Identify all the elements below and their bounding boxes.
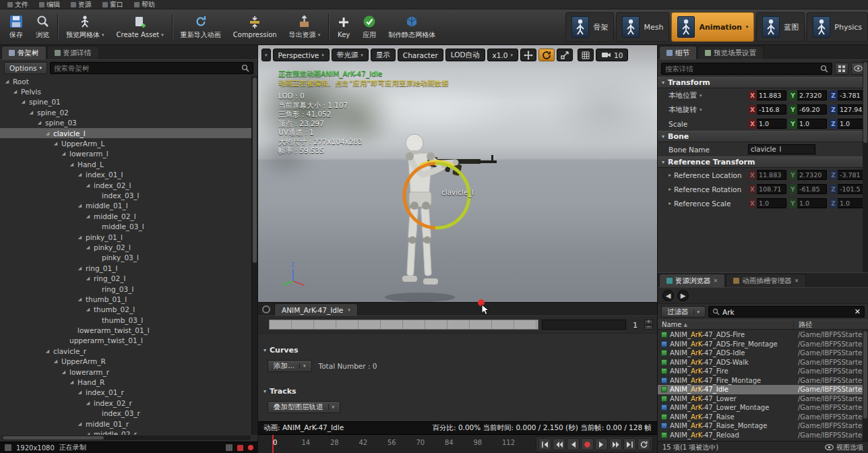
expand-arrow-icon[interactable]: ◢ — [12, 89, 18, 94]
apply-button[interactable]: 应用 — [356, 11, 382, 43]
expander-arrow-icon[interactable]: ▸ — [669, 186, 671, 192]
expand-arrow-icon[interactable]: ◢ — [44, 349, 51, 354]
close-icon[interactable]: ✕ — [795, 278, 799, 284]
timeline-scrub-track[interactable] — [269, 320, 538, 330]
reference-transform-section-header[interactable]: ▾ Reference Transform — [658, 156, 868, 168]
expand-arrow-icon[interactable]: ◢ — [61, 151, 67, 156]
record-target-icon[interactable] — [262, 305, 270, 313]
asset-row[interactable]: ANIM_ArK-47_Raise/Game/IBFPSStarter — [658, 413, 863, 422]
expand-arrow-icon[interactable]: ◢ — [85, 214, 91, 219]
increment-button[interactable]: + — [644, 320, 653, 324]
axis-y-value[interactable]: 1.0 — [797, 119, 827, 129]
tree-item-index_01_r[interactable]: ◢index_01_r — [0, 388, 251, 398]
asset-row[interactable]: ANIM_ArK-47_ADS-Idle/Game/IBFPSStarter — [658, 349, 863, 358]
clear-search-icon[interactable]: ✕ — [855, 309, 861, 315]
tab-mesh[interactable]: Mesh — [616, 12, 669, 42]
tracks-section-header[interactable]: ▾ Tracks — [264, 387, 652, 396]
key-button[interactable]: Key — [331, 11, 356, 43]
save-button[interactable]: 保存 — [3, 11, 30, 43]
tree-item-index_02_l[interactable]: ◢index_02_l — [0, 180, 251, 190]
expander-arrow-icon[interactable]: ▸ — [669, 200, 671, 206]
axis-x-value[interactable]: 11.883 — [757, 90, 786, 100]
expand-arrow-icon[interactable]: ◢ — [69, 380, 75, 385]
vector-field-y[interactable]: Y-69.20 — [788, 104, 827, 115]
asset-row[interactable]: ANIM_ArK-47_Fire_Montage/Game/IBFPSStart… — [658, 376, 863, 386]
tab-skeleton-tree[interactable]: 骨架树 — [1, 46, 46, 59]
grid-snap-button[interactable] — [578, 49, 594, 61]
tree-item-middle_01_l[interactable]: ◢middle_01_l — [0, 201, 251, 211]
tree-item-thumb_03_l[interactable]: thumb_03_l — [0, 315, 251, 325]
column-path[interactable]: 路径 — [794, 320, 868, 329]
step-forward-button[interactable] — [609, 438, 622, 450]
tree-horizontal-scrollbar[interactable] — [1, 435, 251, 440]
asset-row[interactable]: ANIM_ArK-47_ADS-Walk/Game/IBFPSStarter — [658, 358, 863, 367]
expand-arrow-icon[interactable]: ◢ — [77, 172, 83, 177]
tab-preview-scene-settings[interactable]: 预览场景设置 — [698, 46, 764, 59]
tree-item-lowerarm_l[interactable]: ◢lowerarm_l — [0, 149, 251, 159]
expand-arrow-icon[interactable]: ◢ — [4, 79, 10, 84]
expand-arrow-icon[interactable]: ◢ — [85, 307, 91, 312]
tree-item-index_03_l[interactable]: index_03_l — [0, 190, 251, 200]
show-button[interactable]: 显示 — [371, 49, 396, 61]
view-options-button[interactable]: 视图选项 — [825, 443, 863, 452]
add-curve-button[interactable]: 添加... ▾ — [268, 360, 312, 372]
axis-x-value[interactable]: -116.8 — [757, 104, 786, 115]
make-static-mesh-button[interactable]: 制作静态网格体 — [382, 11, 441, 43]
timeline-track-empty[interactable] — [542, 320, 626, 330]
decrement-button[interactable]: − — [644, 325, 653, 330]
camera-speed-button[interactable]: 10 — [596, 49, 628, 61]
menu-item[interactable]: 编辑 — [34, 0, 65, 9]
axis-x-value[interactable]: 1.0 — [757, 119, 786, 129]
translate-tool-button[interactable] — [520, 49, 536, 61]
camera-icon[interactable] — [226, 444, 232, 451]
export-asset-button[interactable]: 导出资源▾ — [283, 11, 327, 43]
curves-section-header[interactable]: ▾ Curves — [264, 346, 652, 355]
chevron-down-icon[interactable]: ▾ — [102, 32, 104, 38]
menu-item[interactable]: 资源 — [65, 0, 97, 9]
tree-item-index_01_l[interactable]: ◢index_01_l — [0, 170, 251, 180]
collapse-arrow-icon[interactable]: ▾ — [662, 80, 664, 86]
details-scrollbar[interactable] — [863, 61, 868, 272]
play-reverse-button[interactable] — [567, 438, 580, 450]
tree-item-thumb_01_l[interactable]: ◢thumb_01_l — [0, 294, 251, 304]
expand-arrow-icon[interactable]: ◢ — [20, 99, 26, 104]
tree-item-Root[interactable]: ◢Root — [0, 76, 251, 86]
asset-row[interactable]: ANIM_ArK-47_Lower/Game/IBFPSStarter — [658, 394, 863, 404]
timeline-ruler[interactable]: 014284256708498112 — [258, 435, 657, 453]
vector-field-x[interactable]: X-116.8 — [748, 104, 786, 115]
asset-row[interactable]: ANIM_ArK-47_ADS-Fire_Montage/Game/IBFPSS… — [658, 340, 863, 349]
expand-arrow-icon[interactable]: ◢ — [53, 359, 59, 364]
tree-item-spine_01[interactable]: ◢spine_01 — [0, 97, 251, 107]
axis-y-value[interactable]: -69.20 — [797, 104, 827, 115]
column-name[interactable]: Name ▲ — [658, 320, 794, 329]
asset-row[interactable]: ANIM_ArK-47_Fire/Game/IBFPSStarter — [658, 367, 863, 376]
back-button[interactable]: ◀ — [662, 290, 674, 301]
expand-arrow-icon[interactable]: ◢ — [77, 390, 83, 395]
vector-field-y[interactable]: Y1.0 — [788, 119, 827, 129]
play-button[interactable] — [595, 438, 608, 450]
tree-item-pinky_02_l[interactable]: ◢pinky_02_l — [0, 242, 251, 252]
chevron-down-icon[interactable]: ▾ — [361, 53, 363, 58]
dropdown-caret-icon[interactable]: ▾ — [700, 107, 702, 113]
loop-button[interactable] — [638, 438, 650, 450]
perspective-button[interactable]: Perspective▾ — [273, 49, 330, 61]
scrollbar-thumb[interactable] — [253, 78, 257, 263]
expand-arrow-icon[interactable]: ◢ — [85, 183, 91, 188]
bone-name-field[interactable] — [748, 144, 815, 154]
step-back-button[interactable] — [553, 438, 565, 450]
tree-item-thumb_02_l[interactable]: ◢thumb_02_l — [0, 305, 251, 315]
tree-item-Pelvis[interactable]: ◢Pelvis — [0, 86, 251, 96]
scrollbar-thumb[interactable] — [3, 436, 104, 440]
stop-record-icon[interactable] — [237, 445, 243, 451]
compression-button[interactable]: Compression — [227, 11, 283, 43]
tree-item-clavicle_r[interactable]: ◢clavicle_r — [0, 346, 251, 356]
asset-list-scrollbar[interactable] — [863, 330, 868, 441]
expand-arrow-icon[interactable]: ◢ — [85, 431, 91, 435]
collapse-arrow-icon[interactable]: ▾ — [264, 388, 266, 394]
tree-vertical-scrollbar[interactable] — [251, 76, 257, 435]
options-button[interactable]: Options ▾ — [4, 62, 47, 74]
vector-field-z[interactable]: Z-3.781 — [829, 90, 867, 100]
asset-row[interactable]: ANIM_ArK-47_Lower_Montage/Game/IBFPSStar… — [658, 403, 863, 413]
asset-row[interactable]: ANIM_ArK-47_ADS-Fire/Game/IBFPSStarter — [658, 330, 863, 340]
expand-arrow-icon[interactable]: ◢ — [77, 235, 83, 240]
